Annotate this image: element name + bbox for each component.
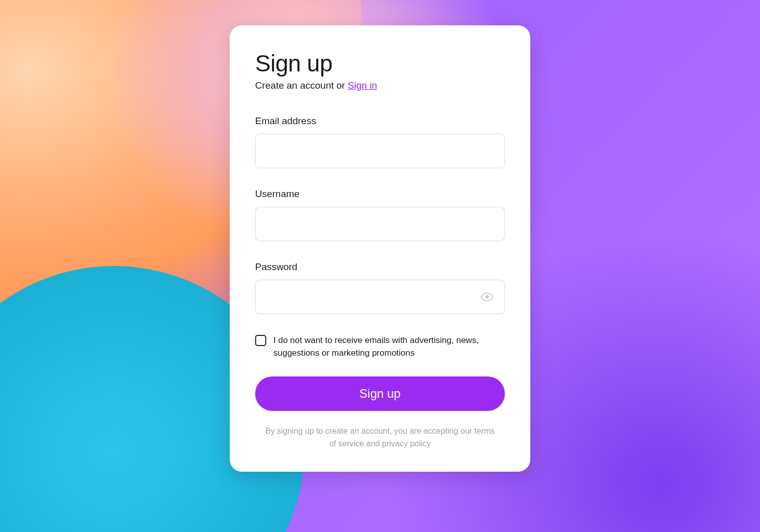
email-group: Email address — [255, 116, 505, 168]
marketing-optout-label[interactable]: I do not want to receive emails with adv… — [274, 334, 505, 359]
signup-card: Sign up Create an account or Sign in Ema… — [230, 25, 530, 472]
toggle-password-visibility-button[interactable] — [479, 288, 496, 306]
subtitle-prefix: Create an account or — [255, 80, 348, 91]
password-group: Password — [255, 261, 505, 314]
email-label: Email address — [255, 116, 505, 127]
username-group: Username — [255, 188, 505, 241]
email-field[interactable] — [255, 134, 505, 168]
username-label: Username — [255, 188, 505, 200]
signup-button[interactable]: Sign up — [255, 376, 505, 411]
signin-link[interactable]: Sign in — [348, 80, 377, 91]
svg-point-0 — [485, 295, 489, 299]
subtitle: Create an account or Sign in — [255, 80, 505, 91]
username-field[interactable] — [255, 207, 505, 241]
marketing-optout-checkbox[interactable] — [255, 335, 267, 346]
terms-text: By signing up to create an account, you … — [255, 425, 505, 450]
password-field[interactable] — [255, 280, 505, 314]
marketing-optout-row: I do not want to receive emails with adv… — [255, 334, 505, 359]
password-label: Password — [255, 261, 505, 273]
eye-icon — [481, 290, 494, 303]
page-title: Sign up — [255, 50, 505, 77]
